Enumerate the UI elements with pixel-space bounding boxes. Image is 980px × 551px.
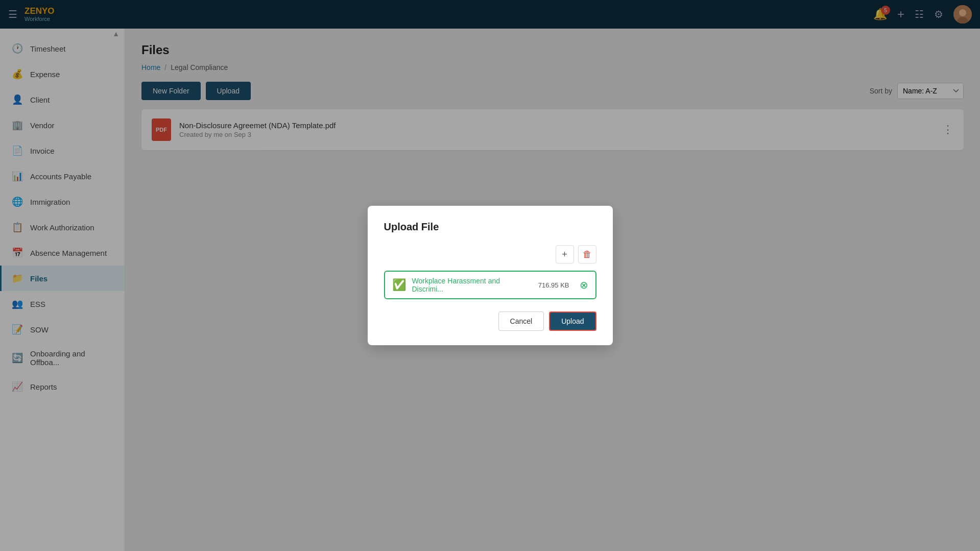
trash-icon: 🗑 <box>583 249 592 260</box>
add-file-button[interactable]: + <box>556 245 574 263</box>
upload-file-name: Workplace Harassment and Discrimi... <box>412 277 532 293</box>
remove-file-button[interactable]: ⊗ <box>580 279 588 291</box>
upload-file-row: ✅ Workplace Harassment and Discrimi... 7… <box>384 271 596 299</box>
modal-overlay: Upload File + 🗑 ✅ Workplace Harassment a… <box>0 0 980 551</box>
modal-toolbar: + 🗑 <box>384 245 596 263</box>
check-icon: ✅ <box>392 278 406 292</box>
delete-file-button[interactable]: 🗑 <box>578 245 596 263</box>
modal-upload-button[interactable]: Upload <box>549 312 596 331</box>
upload-file-size: 716.95 KB <box>538 281 569 289</box>
cancel-button[interactable]: Cancel <box>498 312 544 331</box>
upload-modal: Upload File + 🗑 ✅ Workplace Harassment a… <box>368 206 613 345</box>
plus-icon: + <box>562 249 567 260</box>
modal-title: Upload File <box>384 221 596 233</box>
modal-actions: Cancel Upload <box>384 312 596 331</box>
